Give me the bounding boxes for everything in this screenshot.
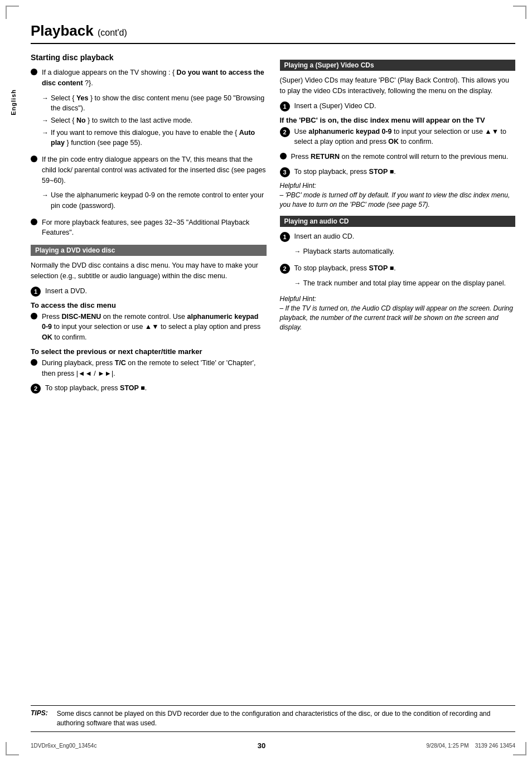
bullet-circle-icon [31, 69, 37, 75]
bullet-content: To stop playback, press STOP ■. [294, 167, 516, 177]
super-vcd-section-bar: Playing a (Super) Video CDs [280, 60, 516, 71]
title-text: Playback [31, 22, 94, 39]
dvd-section-bar: Playing a DVD video disc [31, 245, 267, 256]
list-item: 2 Use alphanumeric keypad 0-9 to input y… [280, 127, 516, 148]
list-item: 1 Insert a (Super) Video CD. [280, 101, 516, 112]
bullet-content: During playback, press T/C on the remote… [42, 358, 267, 379]
footer-doc: 1DVDr6xx_Eng00_13454c [31, 743, 96, 749]
starting-disc-playback-heading: Starting disc playback [31, 53, 267, 62]
arrow-icon: → [42, 115, 49, 125]
right-column: Playing a (Super) Video CDs (Super) Vide… [280, 53, 516, 398]
super-vcd-intro: (Super) Video CDs may feature 'PBC' (Pla… [280, 75, 516, 96]
bullet-num-icon: 2 [280, 264, 290, 274]
left-column: Starting disc playback If a dialogue app… [31, 53, 267, 398]
list-item: During playback, press T/C on the remote… [31, 358, 267, 379]
bullet-circle-icon [31, 359, 37, 366]
helpful-hint-super-vcd: Helpful Hint: – 'PBC' mode is turned off… [280, 182, 516, 210]
tips-label: TIPS: [31, 709, 48, 717]
page-title: Playback (cont'd) [31, 22, 515, 44]
sub-bullet: → Playback starts automatically. [294, 246, 516, 256]
sidebar-english-label: English [10, 89, 17, 115]
list-item: If a dialogue appears on the TV showing … [31, 67, 267, 150]
list-item: Press RETURN on the remote control will … [280, 152, 516, 162]
list-item: For more playback features, see pages 32… [31, 217, 267, 239]
corner-tr [513, 6, 526, 19]
bullet-content: Insert a (Super) Video CD. [294, 101, 516, 112]
list-item: 2 To stop playback, press STOP ■. → The … [280, 263, 516, 290]
bullet-content: Use alphanumeric keypad 0-9 to input you… [294, 127, 516, 148]
access-disc-menu-heading: To access the disc menu [31, 301, 267, 309]
sub-bullet: → Use the alphanumeric keypad 0-9 on the… [42, 190, 267, 210]
bullet-num-icon: 2 [31, 384, 41, 394]
bullet-content: For more playback features, see pages 32… [42, 217, 267, 239]
list-item: 1 Insert a DVD. [31, 286, 267, 297]
sub-bullet-content: Playback starts automatically. [303, 246, 395, 256]
sub-bullet: → Select { Yes } to show the disc conten… [42, 93, 267, 113]
corner-tl [6, 6, 19, 19]
audio-cd-section-bar: Playing an audio CD [280, 216, 516, 227]
sub-bullet-content: Select { No } to switch to the last acti… [51, 115, 192, 125]
bullet-content: To stop playback, press STOP ■. [45, 383, 267, 394]
helpful-hint-audio-cd: Helpful Hint: – If the TV is turned on, … [280, 295, 516, 332]
arrow-icon: → [42, 128, 49, 138]
main-content: Playback (cont'd) Starting disc playback… [31, 0, 515, 398]
sub-bullet-content: Use the alphanumeric keypad 0-9 on the r… [51, 190, 267, 210]
bullet-content: Insert a DVD. [45, 286, 267, 297]
list-item: If the pin code entry dialogue appears o… [31, 154, 267, 213]
arrow-icon: → [42, 93, 49, 103]
prev-next-heading: To select the previous or next chapter/t… [31, 347, 267, 356]
corner-bl [6, 742, 19, 755]
tips-content: Some discs cannot be played on this DVD … [57, 709, 515, 728]
list-item: 2 To stop playback, press STOP ■. [31, 383, 267, 394]
list-item: 3 To stop playback, press STOP ■. [280, 167, 516, 177]
sub-bullet: → If you want to remove this dialogue, y… [42, 128, 267, 148]
hint-body: – If the TV is turned on, the Audio CD d… [280, 304, 516, 332]
sub-bullet: → Select { No } to switch to the last ac… [42, 115, 267, 125]
bullet-content: If a dialogue appears on the TV showing … [42, 67, 267, 150]
pbc-heading: If the 'PBC' is on, the disc index menu … [280, 116, 516, 124]
arrow-icon: → [42, 190, 49, 200]
list-item: 1 Insert an audio CD. → Playback starts … [280, 231, 516, 259]
hint-title: Helpful Hint: [280, 182, 516, 190]
bullet-num-icon: 2 [280, 127, 290, 137]
bullet-content: Press RETURN on the remote control will … [291, 152, 516, 162]
tips-bar: TIPS: Some discs cannot be played on thi… [31, 705, 515, 732]
bullet-content: If the pin code entry dialogue appears o… [42, 154, 267, 213]
two-col-layout: Starting disc playback If a dialogue app… [31, 53, 515, 398]
bullet-num-icon: 1 [280, 232, 290, 242]
bullet-circle-icon [31, 156, 37, 162]
dvd-intro: Normally the DVD disc contains a disc me… [31, 260, 267, 282]
page-wrapper: English Playback (cont'd) Starting disc … [0, 0, 532, 761]
arrow-icon: → [294, 278, 301, 288]
bullet-num-icon: 1 [280, 101, 290, 112]
hint-body: – 'PBC' mode is turned off by default. I… [280, 191, 516, 210]
arrow-icon: → [294, 246, 301, 256]
bullet-circle-icon [31, 313, 37, 319]
sub-bullet-content: If you want to remove this dialogue, you… [51, 128, 267, 148]
bullet-content: Press DISC-MENU on the remote control. U… [42, 312, 267, 343]
bullet-circle-icon [280, 153, 287, 159]
bullet-content: To stop playback, press STOP ■. → The tr… [294, 263, 516, 290]
bullet-content: Insert an audio CD. → Playback starts au… [294, 231, 516, 259]
list-item: Press DISC-MENU on the remote control. U… [31, 312, 267, 343]
bullet-num-icon: 3 [280, 167, 290, 177]
footer: 1DVDr6xx_Eng00_13454c 30 9/28/04, 1:25 P… [31, 741, 515, 750]
hint-title: Helpful Hint: [280, 295, 516, 303]
title-contd: (cont'd) [98, 28, 127, 37]
footer-page: 30 [258, 741, 265, 750]
sub-bullet: → The track number and total play time a… [294, 278, 516, 288]
sub-bullet-content: Select { Yes } to show the disc content … [51, 93, 267, 113]
bullet-num-icon: 1 [31, 287, 41, 297]
bullet-circle-icon [31, 219, 37, 225]
footer-date: 9/28/04, 1:25 PM 3139 246 13454 [426, 743, 515, 749]
sub-bullet-content: The track number and total play time app… [303, 278, 506, 288]
